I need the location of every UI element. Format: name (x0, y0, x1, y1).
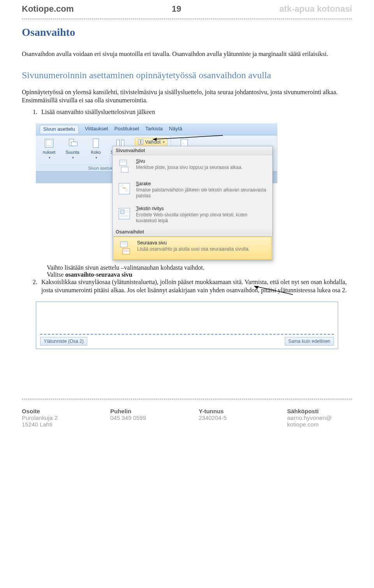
step-1b-prefix: Valitse (47, 271, 65, 278)
dd-title-rest: arake (139, 181, 151, 186)
footer-email-2: kotiope.com (287, 421, 352, 428)
svg-rect-26 (120, 242, 127, 247)
footer-email-head: Sähköposti (287, 408, 352, 414)
size-button[interactable]: Koko ▾ (86, 137, 106, 160)
breaks-dropdown: Sivunvaihdot Sivu Merkitse piste, jossa … (112, 146, 273, 260)
header-boundary-dashed (40, 334, 334, 335)
footer-vat-head: Y-tunnus (199, 408, 264, 414)
footer-vat: 2340204-5 (199, 414, 264, 421)
svg-rect-21 (120, 210, 124, 214)
footer-phone-head: Puhelin (110, 408, 175, 414)
step-1: Lisää osanvaihto sisällysluettelosivun j… (39, 108, 352, 116)
footer-address-1: Purolankuja 2 (22, 414, 87, 421)
footer-email-1: aarno.hyvonen@ (287, 414, 352, 421)
orientation-button[interactable]: Suunta ▾ (62, 137, 83, 160)
step-2-text: Kaksoislikkaa sivunyläosaa (ylätunisteal… (41, 279, 347, 293)
breaks-icon (138, 139, 144, 145)
header-divider (22, 19, 352, 19)
section-title: Osanvaihto (22, 26, 352, 39)
svg-rect-11 (120, 160, 127, 165)
dd-title-rest: Seuraava sivu (137, 240, 167, 246)
dropdown-header-section-breaks: Osanvaihdot (113, 228, 272, 237)
dd-desc: Lisää osanvaihto ja aloita uusi osa seur… (137, 246, 267, 252)
svg-rect-3 (71, 142, 78, 146)
step-1-text: Lisää osanvaihto sisällysluettelosivun j… (41, 109, 155, 115)
chevron-down-icon: ▾ (163, 140, 165, 144)
mnemonic: S (136, 181, 139, 186)
step-list-2: Kaksoislikkaa sivunyläosaa (ylätunisteal… (22, 278, 352, 295)
intro-paragraph: Osanvaihdon avulla voidaan eri sivuja mu… (22, 50, 352, 58)
footer-address-2: 15240 Lahti (22, 421, 87, 428)
dd-title-rest: ivu (139, 158, 145, 164)
breaks-button[interactable]: Vaihdot ▾ (135, 138, 168, 146)
tab-references[interactable]: Viittaukset (85, 126, 108, 133)
page-size-icon (90, 138, 101, 149)
size-label: Koko (91, 150, 101, 154)
header-right: atk-apua kotonasi (279, 4, 352, 14)
footer: Osoite Purolankuja 2 15240 Lahti Puhelin… (22, 405, 352, 428)
sub-section-title: Sivunumeroinnin asettaminen opinnäytetyö… (22, 70, 352, 81)
margins-button-partial[interactable]: nukset ▾ (39, 137, 59, 160)
footer-address-head: Osoite (22, 408, 87, 414)
orientation-icon (67, 138, 78, 149)
svg-text:A: A (182, 142, 185, 146)
header-page: 19 (172, 4, 181, 14)
screenshot-header-region: Ylätunniste (Osa 2) Sama kuin edellinen (36, 302, 338, 349)
tab-mailings[interactable]: Postitukset (114, 126, 139, 133)
dd-desc: Merkitse piste, jossa sivu loppuu ja seu… (136, 165, 268, 170)
svg-rect-12 (121, 167, 128, 172)
step-1a: Vaihto lisätään sivun asettelu –valintan… (47, 264, 352, 271)
page-break-icon (117, 159, 131, 173)
dd-desc: Ilmaise palstanvaihdon jälkeen ole tekst… (136, 187, 268, 199)
footer-phone: 045 349 0599 (110, 414, 175, 421)
column-break-icon (117, 182, 131, 196)
orientation-label: Suunta (66, 150, 79, 154)
dropdown-item-column[interactable]: Sarake Ilmaise palstanvaihdon jälkeen ol… (113, 178, 272, 203)
header-tag-left: Ylätunniste (Osa 2) (40, 337, 87, 346)
chevron-down-icon: ▾ (95, 156, 97, 160)
header-tag-right: Sama kuin edellinen (285, 337, 334, 346)
mnemonic: S (136, 158, 139, 164)
footer-divider (22, 399, 352, 399)
dropdown-item-page[interactable]: Sivu Merkitse piste, jossa sivu loppuu j… (113, 155, 272, 178)
margins-label-partial: nukset (43, 150, 55, 154)
screenshot-breaks-menu: Sivun asettelu Viittaukset Postitukset T… (36, 123, 277, 260)
chevron-down-icon: ▾ (72, 156, 74, 160)
dropdown-header-page-breaks: Sivunvaihdot (113, 146, 272, 155)
dropdown-item-next-page[interactable]: Seuraava sivu Lisää osanvaihto ja aloita… (113, 237, 272, 260)
chevron-down-icon: ▾ (49, 156, 51, 160)
section-next-page-icon (118, 241, 132, 255)
tab-page-layout[interactable]: Sivun asettelu (40, 125, 79, 133)
sub-paragraph: Opinnäytetyössä on yleensä kansilehti, t… (22, 88, 352, 105)
tab-view[interactable]: Näytä (169, 126, 182, 133)
dd-desc: Erottele Web-sivuilla objektien ymp olev… (136, 212, 268, 224)
breaks-label: Vaihdot (145, 139, 161, 145)
step-list: Lisää osanvaihto sisällysluettelosivun j… (22, 108, 352, 116)
dropdown-item-text-wrapping[interactable]: Tekstin rivitys Erottele Web-sivuilla ob… (113, 203, 272, 228)
header-left: Kotiope.com (22, 4, 74, 14)
step-1b: Valitse osanvaihto-seuraava sivu (47, 271, 352, 278)
ribbon-tabs: Sivun asettelu Viittaukset Postitukset T… (36, 123, 277, 135)
step-1b-bold: osanvaihto-seuraava sivu (65, 271, 132, 278)
margins-icon (44, 138, 55, 149)
text-wrapping-icon (117, 207, 131, 221)
svg-rect-4 (93, 139, 99, 148)
step-2: Kaksoislikkaa sivunyläosaa (ylätunisteal… (39, 278, 352, 295)
tab-review[interactable]: Tarkista (145, 126, 163, 133)
dd-title-rest: ekstin rivitys (138, 206, 164, 211)
